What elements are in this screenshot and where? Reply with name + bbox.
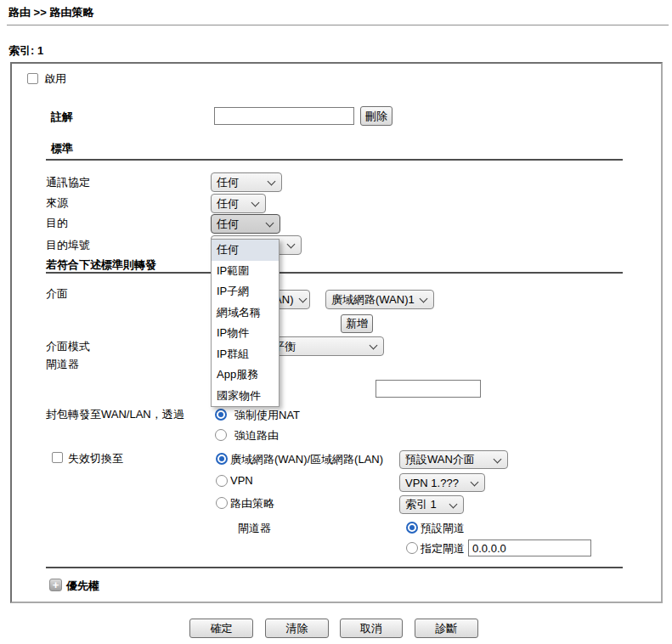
failover-label: 失效切換至	[68, 451, 123, 466]
policy-form-panel	[10, 62, 663, 603]
force-routing-radio[interactable]	[215, 429, 227, 441]
dropdown-option-any[interactable]: 任何	[212, 240, 279, 261]
chevron-down-icon	[471, 479, 478, 487]
cancel-button[interactable]: 取消	[340, 619, 403, 638]
expand-plus-icon[interactable]: +	[49, 579, 62, 591]
dropdown-option-domain-name[interactable]: 網域名稱	[212, 302, 279, 324]
failover-vpn-label: VPN	[230, 474, 253, 487]
forward-section-title: 若符合下述標準則轉發	[46, 257, 156, 273]
interface-label: 介面	[46, 286, 68, 302]
comment-label: 註解	[51, 110, 73, 125]
destination-label: 目的	[46, 216, 68, 231]
gateway-input[interactable]	[376, 380, 481, 398]
interface-mode-label: 介面模式	[46, 339, 90, 354]
dropdown-option-ip-range[interactable]: IP範圍	[212, 261, 279, 282]
force-nat-radio[interactable]	[215, 409, 227, 421]
protocol-select[interactable]: 任何	[211, 172, 282, 192]
dropdown-option-app-service[interactable]: App服務	[212, 364, 279, 386]
source-label: 來源	[46, 195, 68, 211]
priority-divider	[46, 567, 623, 568]
failover-policy-radio[interactable]	[216, 497, 228, 509]
dropdown-option-ip-group[interactable]: IP群組	[212, 344, 279, 365]
chevron-down-icon	[266, 220, 274, 228]
diagnose-button[interactable]: 診斷	[415, 619, 478, 638]
failover-wanlan-label: 廣域網路(WAN)/區域網路(LAN)	[230, 452, 383, 467]
chevron-down-icon	[251, 200, 259, 207]
specific-gateway-radio[interactable]	[406, 542, 418, 554]
failover-gateway-label: 閘道器	[238, 521, 271, 536]
ok-button[interactable]: 確定	[189, 619, 253, 638]
dropdown-option-country-object[interactable]: 國家物件	[212, 386, 279, 407]
chevron-down-icon	[268, 178, 275, 186]
add-button[interactable]: 新增	[341, 314, 373, 333]
force-routing-label: 強迫路由	[234, 428, 279, 443]
clear-button[interactable]: 清除	[265, 619, 329, 638]
gateway-label: 閘道器	[46, 357, 79, 372]
header-divider	[7, 25, 669, 25]
default-gateway-radio[interactable]	[406, 522, 418, 534]
failover-index-select[interactable]: 索引 1	[399, 495, 464, 514]
destination-select[interactable]: 任何	[211, 214, 280, 234]
interface-wan-select[interactable]: 廣域網路(WAN)1	[325, 290, 434, 309]
priority-label: 優先權	[66, 579, 99, 594]
failover-checkbox[interactable]	[52, 452, 63, 463]
index-label: 索引: 1	[8, 43, 43, 59]
destination-dropdown-list: 任何 IP範圍 IP子網 網域名稱 IP物件 IP群組 App服務 國家物件	[211, 239, 280, 407]
chevron-down-icon	[370, 342, 377, 350]
comment-input[interactable]	[214, 107, 354, 125]
chevron-down-icon	[287, 241, 295, 249]
breadcrumb: 路由 >> 路由策略	[8, 5, 93, 20]
protocol-label: 通訊協定	[46, 175, 90, 190]
dropdown-option-ip-object[interactable]: IP物件	[212, 323, 279, 344]
chevron-down-icon	[449, 501, 457, 509]
chevron-down-icon	[420, 296, 427, 303]
source-select[interactable]: 任何	[211, 194, 266, 213]
failover-wan-select[interactable]: 預設WAN介面	[399, 450, 508, 469]
delete-button[interactable]: 刪除	[360, 106, 392, 126]
forward-divider	[46, 272, 623, 274]
route-policy-page: 路由 >> 路由策略 索引: 1 啟用 註解 刪除 標準 通訊協定 任何 來源 …	[0, 0, 672, 644]
enable-label: 啟用	[44, 71, 66, 87]
dest-port-label: 目的埠號	[46, 238, 90, 253]
criteria-divider	[46, 159, 623, 161]
packet-forwarding-label: 封包轉發至WAN/LAN，透過	[46, 407, 184, 422]
failover-vpn-radio[interactable]	[216, 475, 228, 487]
dropdown-option-ip-subnet[interactable]: IP子網	[212, 281, 279, 302]
chevron-down-icon	[494, 456, 501, 464]
enable-checkbox[interactable]	[27, 73, 38, 84]
specific-gateway-input[interactable]	[468, 539, 591, 556]
failover-vpn-select[interactable]: VPN 1.???	[399, 473, 485, 492]
chevron-down-icon	[299, 296, 307, 303]
force-nat-label: 強制使用NAT	[234, 408, 300, 423]
criteria-section-title: 標準	[51, 141, 73, 156]
failover-wanlan-radio[interactable]	[216, 453, 228, 465]
default-gateway-label: 預設閘道	[421, 521, 465, 536]
specific-gateway-label: 指定閘道	[421, 541, 465, 556]
failover-policy-label: 路由策略	[230, 496, 274, 511]
